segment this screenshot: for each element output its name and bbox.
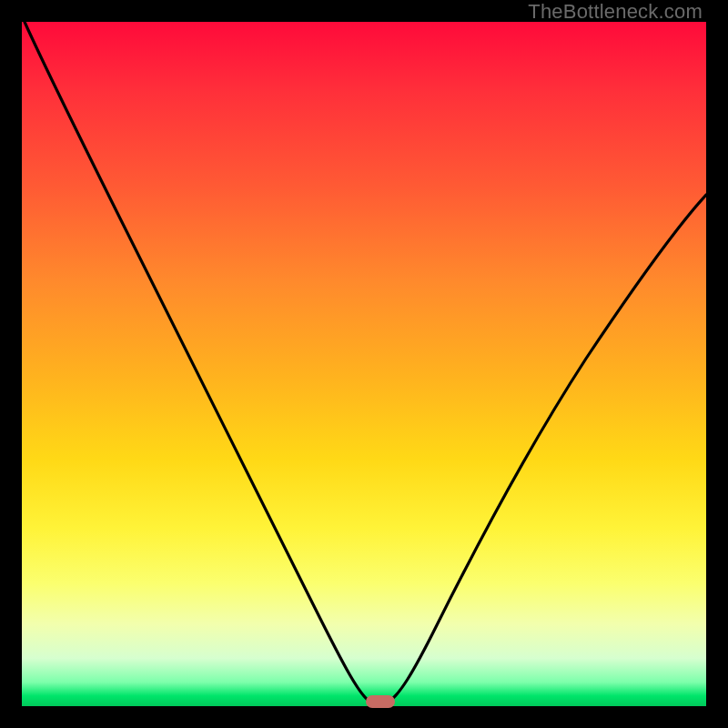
chart-frame: TheBottleneck.com — [0, 0, 728, 728]
curve-path — [25, 22, 706, 703]
bottleneck-curve — [22, 22, 706, 706]
plot-area — [22, 22, 706, 706]
watermark-text: TheBottleneck.com — [528, 0, 703, 24]
optimum-marker — [366, 695, 395, 708]
